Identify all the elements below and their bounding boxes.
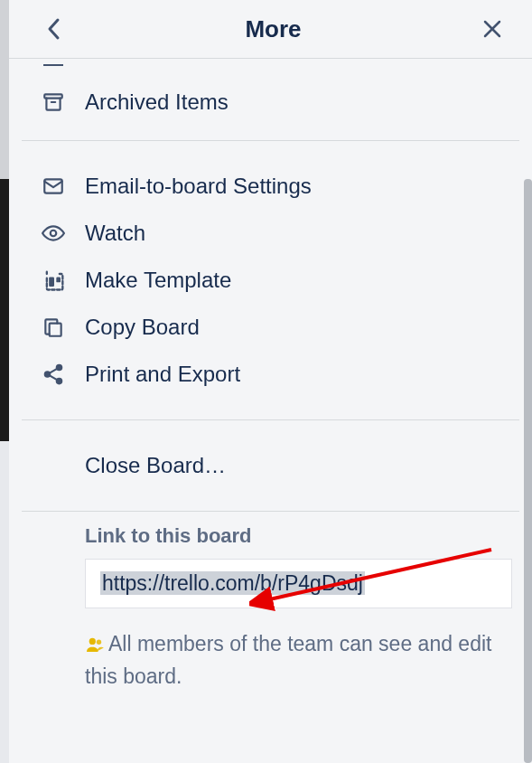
divider [22,419,519,420]
group-icon [85,630,105,662]
panel-header: More [9,0,532,59]
svg-line-13 [50,369,57,373]
menu-label-close-board: Close Board… [85,453,226,478]
board-link-value: https://trello.com/b/rP4gDsdj [100,571,365,595]
svg-rect-8 [56,278,61,283]
back-button[interactable] [38,13,70,45]
archive-icon [42,90,65,114]
menu-item-close-board[interactable]: Close Board… [22,442,519,489]
more-menu-panel: More Archived Items [9,0,532,763]
permission-text-container: All members of the team can see and edit… [85,628,512,692]
menu-item-copy[interactable]: Copy Board [22,304,519,351]
link-label: Link to this board [85,524,512,548]
menu-item-archived[interactable]: Archived Items [22,79,519,126]
menu-label-print: Print and Export [85,362,240,387]
menu-item-email[interactable]: Email-to-board Settings [22,163,519,210]
chevron-left-icon [47,17,61,41]
menu-item-template[interactable]: Make Template [22,257,519,304]
permission-text: All members of the team can see and edit… [85,632,491,688]
menu-label-copy: Copy Board [85,315,200,340]
scrollbar-thumb[interactable] [524,179,532,763]
link-section: Link to this board https://trello.com/b/… [22,524,519,692]
close-icon [481,18,503,40]
copy-icon [42,316,65,339]
background-sliver-bottom [0,441,9,763]
partial-icon [42,62,85,68]
menu-label-email: Email-to-board Settings [85,174,312,199]
share-icon [42,363,65,386]
eye-icon [42,221,65,245]
menu-label-template: Make Template [85,268,231,293]
menu-item-print[interactable]: Print and Export [22,351,519,398]
svg-line-14 [50,375,57,380]
menu-label-watch: Watch [85,221,145,246]
background-sliver [0,0,9,179]
panel-content: Archived Items Email-to-board Settings W… [9,59,532,763]
menu-item-partial[interactable] [22,59,519,79]
panel-title: More [245,15,301,43]
divider [22,140,519,141]
background-sliver-dark [0,179,9,441]
svg-rect-9 [50,324,61,336]
svg-point-15 [89,637,96,644]
email-icon [42,174,65,198]
svg-point-16 [97,639,101,644]
template-icon [42,268,67,293]
svg-rect-7 [49,278,54,287]
menu-item-watch[interactable]: Watch [22,210,519,257]
divider [22,511,519,512]
svg-point-6 [51,231,57,237]
close-button[interactable] [476,13,509,45]
menu-label-archived: Archived Items [85,89,229,115]
board-link-input[interactable]: https://trello.com/b/rP4gDsdj [85,559,512,608]
